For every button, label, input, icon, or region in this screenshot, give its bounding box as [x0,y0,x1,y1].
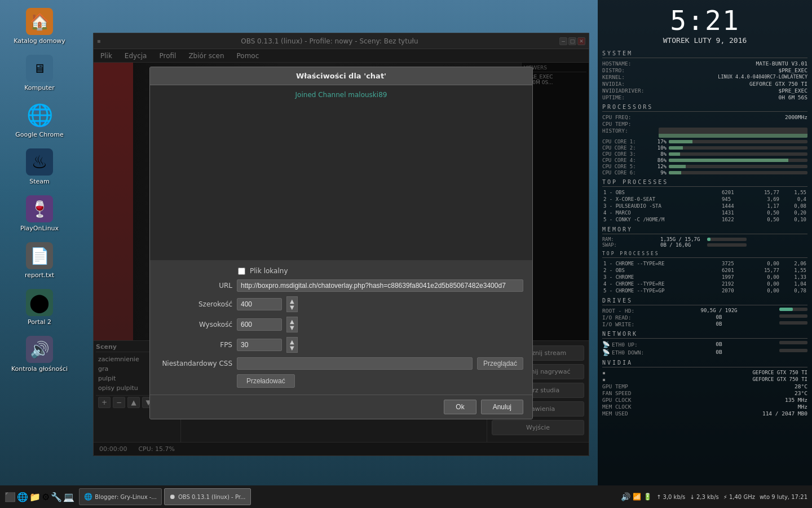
io-write-row: I/O WRITE: 0B [602,321,807,327]
uptime-row: UPTIME: 0H 6M 56S [602,94,807,100]
taskbar-terminal-icon[interactable]: ⬛ [5,492,16,502]
fan-speed-label: FAN SPEED [602,390,659,396]
cpu-core-pct: 17% [650,139,667,144]
desktop-icon-control[interactable]: 🔊 Kontrola głośności [6,334,73,375]
width-spinner-up[interactable]: ▲▼ [286,296,298,312]
height-spinner[interactable]: ▲▼ [286,317,298,332]
taskbar-blogger-item[interactable]: 🌐 Blogger: Gry-Linux -... [79,488,162,505]
nvidia-card2-row: ▪ GEFORCE GTX 750 TI [602,376,807,383]
cpu-core-row: CPU CORE 6: 9% [602,170,807,176]
cpu-temp-row: CPU TEMP: [602,121,807,127]
local-file-row: Plik lokalny [159,267,523,275]
width-label: Szerokość [159,300,232,308]
report-icon: 📄 [26,242,53,269]
cpu-temp-label: CPU TEMP: [602,121,659,127]
width-input[interactable] [237,298,282,310]
distro-row: DISTRO: $PRE_EXEC [602,67,807,73]
top-processes-1-table: 1 - OBS620115,771,552 - X-CORE-0-SEAT945… [602,189,807,223]
fps-spinner[interactable]: ▲▼ [286,337,298,353]
history-fill [659,134,807,138]
chrome-label: Google Chrome [15,131,63,138]
cpu-core-row: CPU CORE 1: 17% [602,139,807,144]
processors-section-title: PROCESSORS [602,104,807,112]
top-processes-1-title: TOP PROCESSES [602,179,807,187]
cpu-core-fill [669,152,680,156]
css-input[interactable] [237,357,473,370]
cpu-history-label: HISTORY: [602,128,659,138]
taskbar-obs-item[interactable]: ⏺ OBS 0.13.1 (linux) - Pr... [164,488,251,505]
cpu-core-label: CPU CORE 2: [602,145,647,151]
io-write-label: I/O WRITE: [602,321,659,327]
eth0down-row: 📡 ETH0 DOWN: 0B [602,349,807,356]
swap-value: 0B / 16,0G [660,242,705,248]
process-row: 2 - X-CORE-0-SEAT9453,690,4 [602,196,807,203]
hd-progress-bar [779,308,807,311]
swap-label: SWAP: [602,242,659,248]
cpu-freq-label: CPU FREQ: [602,114,659,120]
root-hd-label: ROOT - HD: [602,308,659,314]
cpu-core-label: CPU CORE 3: [602,151,647,157]
steam-label: Steam [29,178,50,185]
network-up-value: 3,0 kb/s [663,494,686,500]
ok-button[interactable]: Ok [444,400,476,414]
system-section-title: SYSTEM [602,50,807,58]
desktop-icon-report[interactable]: 📄 report.txt [6,240,73,281]
local-file-checkbox[interactable] [238,268,245,275]
eth0up-row: 📡 ETH0 UP: 0B [602,341,807,348]
mem-clock-row: MEM CLOCK MHz [602,404,807,410]
network-down-value: 2,3 kb/s [696,494,719,500]
tray-volume-icon[interactable]: 🔊 [621,492,630,501]
dialog-footer: Przeładować [159,374,523,388]
taskbar-app-icons: ⬛ 🌐 📁 ⚙ 🔧 💻 [2,492,77,502]
height-label: Wysokość [159,321,232,329]
process-row: 4 - CHROME --TYPE=RE21920,001,04 [602,281,807,287]
taskbar-extra-icon[interactable]: 🔧 [51,492,62,502]
desktop-icon-steam[interactable]: ♨ Steam [6,146,73,187]
process-row: 5 - CHROME --TYPE=GP20700,000,78 [602,287,807,294]
fps-row: FPS ▲▼ [159,337,523,353]
url-row: URL [159,279,523,292]
desktop-icon-playonlinux[interactable]: 🍷 PlayOnLinux [6,193,73,234]
ram-fill [707,238,710,241]
height-input[interactable] [237,318,282,331]
taskbar-files-icon[interactable]: 📁 [29,492,41,502]
reload-button[interactable]: Przeładować [237,374,295,388]
desktop-icon-komputer[interactable]: 🖥 Komputer [6,52,73,94]
taskbar-chrome-icon[interactable]: 🌐 [17,492,28,502]
blogger-icon: 🌐 [84,493,92,501]
url-label: URL [159,282,232,290]
process-row: 4 - MARCO14310,500,20 [602,209,807,216]
swap-row: SWAP: 0B / 16,0G [602,242,807,248]
playonlinux-label: PlayOnLinux [20,225,59,232]
taskbar-settings-icon[interactable]: ⚙ [42,492,50,502]
io-read-row: I/O READ: 0B [602,314,807,321]
cpu-core-fill [669,146,683,150]
process-row: 1 - OBS620115,771,55 [602,189,807,196]
tray-network-icon[interactable]: 📶 [633,493,641,501]
root-hd-row: ROOT - HD: 90,5G / 192G [602,308,807,314]
fps-input[interactable] [237,339,282,351]
cpu-core-row: CPU CORE 4: 86% [602,157,807,163]
cancel-button[interactable]: Anuluj [481,400,523,414]
desktop-icon-katalog[interactable]: 🏠 Katalog domowy [6,6,73,47]
tray-battery-icon[interactable]: 🔋 [643,493,652,501]
desktop-icon-portal2[interactable]: ⬤ Portal 2 [6,287,73,328]
browse-button[interactable]: Przeglądać [477,357,523,370]
network-speed-down: ↓ 2,3 kb/s [690,494,718,500]
eth0down-bar [779,349,807,352]
network-up-icon: 📡 [602,341,610,348]
dialog-button-row: Ok Anuluj [150,395,532,419]
cpu-icon: ⚡ [723,494,727,500]
top-processes-2-table: 1 - CHROME --TYPE=RE37250,002,062 - OBS6… [602,260,807,294]
url-input[interactable] [237,279,523,292]
cpu-history-graph [659,128,807,138]
desktop-icon-chrome[interactable]: 🌐 Google Chrome [6,99,73,141]
taskbar-monitor-icon[interactable]: 💻 [63,492,74,502]
fan-speed-row: FAN SPEED 23°C [602,390,807,396]
hostname-row: HOSTNAME: MATE-BUNTU V3.01 [602,60,807,67]
obs-taskbar-icon: ⏺ [169,493,176,501]
ram-label: RAM: [602,237,659,242]
mem-used-row: MEM USED 114 / 2047 MB0 [602,410,807,417]
hd-fill [779,308,793,311]
obs-taskbar-label: OBS 0.13.1 (linux) - Pr... [178,494,246,500]
